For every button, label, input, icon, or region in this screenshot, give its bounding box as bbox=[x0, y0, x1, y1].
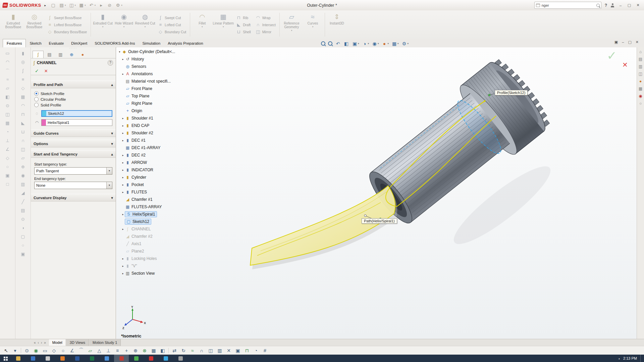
forum-icon[interactable]: ◉ bbox=[638, 94, 644, 98]
toolbar-icon[interactable]: ⊙ bbox=[4, 103, 11, 109]
confirm-ok-icon[interactable]: ✓ bbox=[607, 49, 617, 63]
taskbar-app-9[interactable] bbox=[129, 355, 144, 362]
toolbar-icon[interactable]: ⇄ bbox=[171, 348, 178, 353]
toolbar-icon[interactable]: ◧ bbox=[159, 348, 166, 353]
ribbon-curves-button[interactable]: ≈Curves▾ bbox=[302, 11, 323, 38]
tree-item-dec-1-array[interactable]: ▦DEC #1-ARRAY bbox=[117, 144, 176, 151]
ribbon-revolved-boss-base-button[interactable]: ◎Revolved Boss/Base bbox=[24, 11, 45, 38]
chevron-down-icon[interactable]: ▾ bbox=[378, 42, 379, 45]
tab-scroll-prev-icon[interactable]: ‹ bbox=[37, 341, 40, 345]
toolbar-icon[interactable]: ◇ bbox=[4, 155, 11, 161]
chevron-down-icon[interactable]: ▾ bbox=[95, 4, 96, 7]
expand-arrow-icon[interactable]: ▸ bbox=[121, 228, 125, 231]
confirm-cancel-icon[interactable]: ✕ bbox=[622, 61, 628, 69]
taskbar-app-3[interactable] bbox=[40, 355, 55, 362]
expand-arrow-icon[interactable]: ▸ bbox=[121, 213, 125, 216]
tab-features[interactable]: Features bbox=[3, 39, 26, 47]
pm-help-button[interactable]: ? bbox=[108, 60, 113, 65]
view-settings-button[interactable]: ⚙▾ bbox=[401, 41, 410, 47]
expand-arrow-icon[interactable]: ▸ bbox=[121, 58, 125, 61]
tab-scroll-next-icon[interactable]: › bbox=[40, 341, 43, 345]
toolbar-icon[interactable]: ∠ bbox=[4, 147, 11, 152]
tree-item-axis1[interactable]: ╱Axis1 bbox=[117, 240, 176, 247]
manager-tab-4[interactable]: ⊕ bbox=[66, 51, 77, 58]
expand-arrow-icon[interactable]: ▸ bbox=[121, 139, 125, 142]
toolbar-icon[interactable]: ◔ bbox=[4, 129, 11, 135]
tree-item-dec-1[interactable]: ▸▮DEC #1 bbox=[117, 137, 176, 144]
toolbar-icon[interactable]: ∫ bbox=[19, 68, 27, 74]
expand-arrow-icon[interactable]: ▸ bbox=[121, 73, 125, 76]
toolbar-icon[interactable]: △ bbox=[96, 348, 103, 353]
group-profile-and-path[interactable]: Profile and Path▴ bbox=[31, 81, 116, 88]
taskbar-app-5[interactable] bbox=[70, 355, 85, 362]
taskbar-app-2[interactable] bbox=[25, 355, 40, 362]
select-button[interactable]: ▸ bbox=[97, 2, 105, 8]
custom-properties-icon[interactable]: ▦ bbox=[638, 86, 644, 91]
toolbar-icon[interactable]: ◫ bbox=[4, 112, 11, 118]
tab-analysis-preparation[interactable]: Analysis Preparation bbox=[164, 39, 207, 47]
ribbon-fillet-button[interactable]: ◠Fillet▾ bbox=[192, 11, 213, 38]
help-button[interactable]: ? bbox=[605, 3, 607, 8]
toolbar-icon[interactable]: ∩ bbox=[19, 138, 27, 144]
ribbon-draft-button[interactable]: ◣Draft bbox=[235, 21, 252, 28]
toolbar-icon[interactable]: ⊕ bbox=[19, 164, 27, 170]
radio-solid-profile[interactable]: Solid Profile bbox=[34, 102, 112, 108]
taskbar-app-6[interactable] bbox=[85, 355, 99, 362]
expand-arrow-icon[interactable]: ▸ bbox=[121, 265, 125, 268]
taskbar-app-7[interactable] bbox=[99, 355, 114, 362]
toolbar-icon[interactable]: ◔ bbox=[253, 348, 259, 353]
resources-icon[interactable]: ○ bbox=[638, 101, 644, 106]
chevron-down-icon[interactable]: ▾ bbox=[121, 4, 122, 7]
toolbar-icon[interactable]: ◣ bbox=[19, 121, 27, 126]
toolbar-icon[interactable]: ▣ bbox=[4, 173, 11, 179]
expand-arrow-icon[interactable]: ▸ bbox=[121, 257, 125, 260]
expand-arrow-icon[interactable]: ▸ bbox=[121, 169, 125, 172]
taskbar-app-8[interactable] bbox=[114, 355, 129, 362]
tree-item-shoulder-2[interactable]: ▸▮Shoulder #2 bbox=[117, 129, 176, 137]
ribbon-intersect-button[interactable]: ∩Intersect bbox=[254, 21, 277, 28]
ribbon-rib-button[interactable]: ⊓Rib bbox=[235, 14, 252, 21]
start-tangency-dropdown[interactable]: Path Tangent ▾ bbox=[34, 167, 112, 175]
profile-callout[interactable]: Profile(Sketch12) bbox=[495, 90, 528, 95]
doc-tab-3d-views[interactable]: 3D Views bbox=[66, 339, 89, 346]
cancel-button[interactable]: ✕ bbox=[44, 69, 48, 74]
search-input[interactable]: nger bbox=[534, 2, 601, 9]
tree-item-origin[interactable]: +Origin bbox=[117, 107, 176, 115]
view-palette-icon[interactable]: ◫ bbox=[638, 72, 644, 76]
tab-sketch[interactable]: Sketch bbox=[26, 39, 45, 47]
toolbar-icon[interactable]: ▢ bbox=[19, 234, 27, 240]
tree-item-material-not-specifi[interactable]: ▤Material <not specifi... bbox=[117, 78, 176, 85]
toolbar-icon[interactable]: ◇ bbox=[19, 86, 27, 91]
chevron-down-icon[interactable]: ▾ bbox=[102, 26, 104, 28]
toolbar-icon[interactable]: ▮ bbox=[19, 51, 27, 56]
zoom-fit-button[interactable] bbox=[320, 41, 326, 46]
tab-scroll-first-icon[interactable]: « bbox=[33, 341, 37, 345]
chevron-down-icon[interactable]: ▾ bbox=[408, 42, 409, 45]
hide-show-button[interactable]: ◉▾ bbox=[371, 41, 380, 47]
print-button[interactable]: ▦▾ bbox=[77, 2, 87, 8]
expand-arrow-icon[interactable]: ▸ bbox=[121, 272, 125, 275]
toolbar-icon[interactable]: ◫ bbox=[207, 348, 214, 353]
toolbar-icon[interactable]: ▤ bbox=[19, 208, 27, 214]
toolbar-icon[interactable]: ○ bbox=[4, 164, 11, 170]
start-button[interactable] bbox=[0, 355, 11, 362]
chevron-down-icon[interactable]: ▾ bbox=[202, 26, 203, 28]
tree-item-helix-spiral1[interactable]: ▸SHelix/Spiral1 bbox=[117, 211, 176, 218]
toolbar-icon[interactable]: ▣ bbox=[234, 348, 241, 353]
toolbar-icon[interactable]: ▱ bbox=[19, 155, 27, 161]
ribbon-instant3d-button[interactable]: ⇕Instant3D bbox=[326, 11, 347, 38]
ok-button[interactable]: ✓ bbox=[35, 68, 39, 74]
select-tool-icon[interactable]: ↖ bbox=[3, 348, 9, 353]
expand-arrow-icon[interactable]: ▸ bbox=[121, 176, 125, 179]
ribbon-reference-geometry-button[interactable]: ▱Reference Geometry▾ bbox=[281, 11, 302, 38]
expand-arrow-icon[interactable]: ▸ bbox=[121, 117, 125, 120]
tree-item-sensors[interactable]: ◎Sensors bbox=[117, 63, 176, 70]
toolbar-icon[interactable]: ◉ bbox=[19, 173, 27, 179]
chevron-down-icon[interactable]: ▾ bbox=[85, 4, 86, 7]
tab-dimxpert[interactable]: DimXpert bbox=[67, 39, 91, 47]
tree-item-outer-cylinder-default[interactable]: ▾◆Outer-Cylinder (Default<... bbox=[117, 48, 176, 55]
doc-minimize-button[interactable]: – bbox=[622, 40, 624, 44]
tree-item-flutes[interactable]: ▸▮FLUTES bbox=[117, 188, 176, 196]
toolbar-icon[interactable]: ⊥ bbox=[4, 138, 11, 144]
ribbon-lofted-cut-button[interactable]: ≡Lofted Cut bbox=[157, 21, 187, 28]
